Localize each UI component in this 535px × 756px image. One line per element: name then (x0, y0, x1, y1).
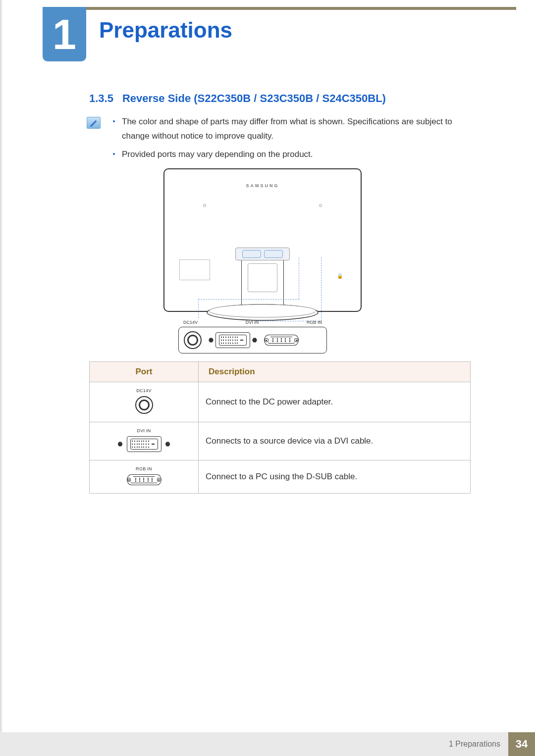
label-sticker-icon (179, 259, 210, 280)
section-number: 1.3.5 (89, 92, 113, 104)
mini-port-icon (264, 250, 283, 258)
monitor-outline: SAMSUNG 🔒 (163, 168, 362, 312)
monitor-reverse-diagram: SAMSUNG 🔒 DC14V DVI IN RGB IN (163, 168, 362, 312)
footer-label: 1 Preparations (0, 732, 508, 756)
callout-line (299, 257, 299, 299)
port-label-dc: DC14V (183, 320, 198, 325)
port-description: Connects to a source device via a DVI ca… (199, 422, 471, 460)
column-header-description: Description (199, 362, 471, 382)
port-cell: DC14V (90, 382, 199, 422)
hex-screw-icon (209, 338, 214, 343)
page: 1 Preparations 1.3.5Reverse Side (S22C35… (0, 0, 535, 756)
port-description: Connect to the DC power adapter. (199, 382, 471, 422)
ports-table: Port Description DC14V Connect to the DC… (89, 361, 471, 494)
table-row: DC14V Connect to the DC power adapter. (90, 382, 471, 422)
callout-line (198, 299, 199, 318)
dc-port-icon (135, 396, 153, 414)
hex-screw-icon (165, 442, 170, 447)
dc-port-icon (184, 331, 202, 349)
header-bar (43, 7, 516, 10)
ports-table-wrap: Port Description DC14V Connect to the DC… (89, 361, 471, 494)
callout-line (198, 299, 299, 300)
svg-point-1 (209, 304, 316, 317)
port-label: RGB IN (95, 466, 193, 471)
page-binding-shadow (0, 0, 3, 756)
chapter-title: Preparations (99, 18, 232, 43)
mount-hole-icon (203, 204, 206, 207)
bullet-item: The color and shape of parts may differ … (113, 115, 476, 144)
port-callout-panel: DC14V DVI IN RGB IN (178, 318, 327, 358)
port-label: DC14V (95, 388, 193, 393)
section-title: Reverse Side (S22C350B / S23C350B / S24C… (122, 92, 386, 104)
hex-screw-icon (118, 442, 123, 447)
port-label-rgb: RGB IN (307, 320, 322, 325)
table-row: RGB IN Connect to a PC using the D-SUB c… (90, 460, 471, 494)
mini-port-icon (242, 250, 261, 258)
note-bullets: The color and shape of parts may differ … (113, 115, 476, 166)
rgb-port-icon (95, 474, 193, 485)
brand-label: SAMSUNG (246, 183, 279, 188)
port-label-dvi: DVI IN (246, 320, 259, 325)
table-row: DVI IN Connects to a source device via a… (90, 422, 471, 460)
port-cell: RGB IN (90, 460, 199, 494)
section-heading: 1.3.5Reverse Side (S22C350B / S23C350B /… (89, 92, 386, 105)
dvi-port-icon (95, 436, 193, 452)
page-footer: 1 Preparations 34 (0, 732, 535, 756)
port-area (235, 248, 290, 260)
port-labels-row: DC14V DVI IN RGB IN (178, 320, 327, 327)
bullet-item: Provided ports may vary depending on the… (113, 148, 476, 162)
callout-line (321, 257, 321, 321)
port-icons-row (178, 327, 327, 353)
dvi-port-icon (209, 332, 257, 348)
table-header-row: Port Description (90, 362, 471, 382)
footer-page-number: 34 (508, 732, 535, 756)
port-description: Connect to a PC using the D-SUB cable. (199, 460, 471, 494)
rgb-port-icon (264, 335, 299, 346)
kensington-lock-icon: 🔒 (337, 273, 343, 279)
column-header-port: Port (90, 362, 199, 382)
mount-hole-icon (319, 204, 322, 207)
port-label: DVI IN (95, 428, 193, 433)
hex-screw-icon (252, 338, 257, 343)
note-icon (87, 117, 101, 129)
chapter-number: 1 (53, 13, 76, 55)
chapter-number-tab: 1 (43, 7, 86, 61)
port-cell: DVI IN (90, 422, 199, 460)
